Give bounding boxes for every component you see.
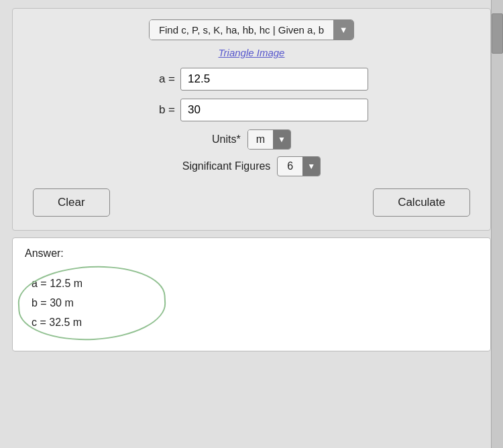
- input-b-field[interactable]: [180, 99, 368, 121]
- input-b-label: b =: [135, 103, 175, 117]
- sig-figs-dropdown-value: 6: [278, 157, 302, 176]
- answer-values: a = 12.5 m b = 30 m c = 32.5 m: [25, 269, 95, 337]
- answer-line-a: a = 12.5 m: [32, 274, 82, 294]
- sig-figs-dropdown[interactable]: 6 ▼: [277, 156, 321, 176]
- input-a-field[interactable]: [180, 68, 368, 91]
- scrollbar[interactable]: [491, 0, 503, 448]
- units-dropdown[interactable]: m ▼: [247, 129, 291, 150]
- answer-values-wrapper: a = 12.5 m b = 30 m c = 32.5 m: [25, 269, 95, 337]
- answer-line-c: c = 32.5 m: [32, 313, 82, 333]
- sig-figs-label: Significant Figures: [182, 160, 271, 172]
- input-a-label: a =: [135, 72, 175, 86]
- clear-button[interactable]: Clear: [33, 188, 110, 217]
- answer-title: Answer:: [25, 247, 478, 260]
- formula-dropdown-row: Find c, P, s, K, ha, hb, hc | Given a, b…: [26, 19, 477, 40]
- units-dropdown-arrow-icon: ▼: [273, 130, 290, 149]
- triangle-image-link[interactable]: Triangle Image: [219, 47, 285, 58]
- units-label: Units*: [212, 133, 241, 146]
- main-content: Find c, P, s, K, ha, hb, hc | Given a, b…: [12, 0, 491, 351]
- page-wrapper: Find c, P, s, K, ha, hb, hc | Given a, b…: [0, 0, 503, 448]
- input-a-row: a =: [26, 68, 477, 91]
- input-b-row: b =: [26, 99, 477, 121]
- scrollbar-thumb[interactable]: [492, 13, 503, 54]
- units-row: Units* m ▼: [26, 129, 477, 150]
- answer-line-b: b = 30 m: [32, 294, 82, 313]
- sig-figs-row: Significant Figures 6 ▼: [26, 156, 477, 176]
- formula-dropdown-label: Find c, P, s, K, ha, hb, hc | Given a, b: [150, 20, 333, 40]
- calculate-button[interactable]: Calculate: [373, 188, 470, 217]
- formula-dropdown[interactable]: Find c, P, s, K, ha, hb, hc | Given a, b…: [149, 19, 354, 40]
- sig-figs-dropdown-arrow-icon: ▼: [302, 157, 320, 176]
- units-dropdown-value: m: [248, 130, 273, 149]
- calc-section: Find c, P, s, K, ha, hb, hc | Given a, b…: [12, 8, 491, 231]
- button-row: Clear Calculate: [26, 188, 477, 217]
- answer-section: Answer: a = 12.5 m b = 30 m c = 32.5 m: [12, 237, 491, 351]
- formula-dropdown-arrow-icon: ▼: [333, 20, 353, 40]
